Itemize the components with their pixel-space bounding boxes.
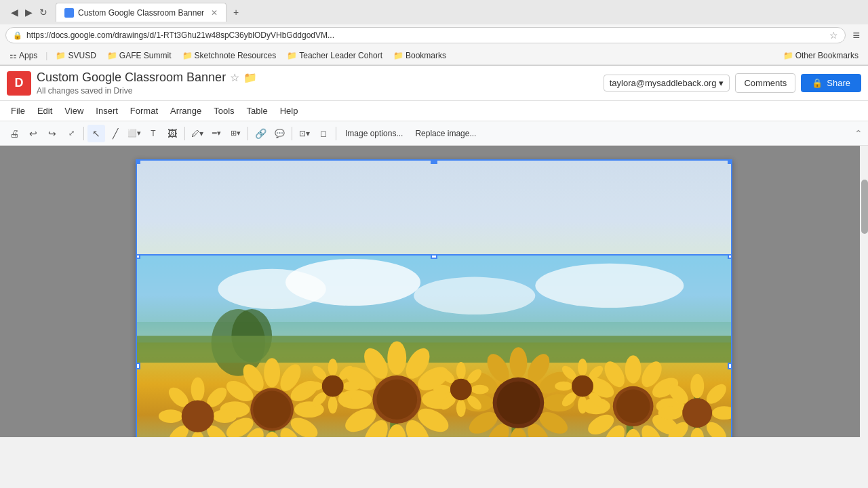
menu-arrange[interactable]: Arrange: [165, 104, 207, 118]
lock-icon: 🔒: [13, 31, 22, 40]
logo-letter: D: [15, 76, 24, 90]
svg-point-23: [414, 277, 535, 314]
svg-point-34: [264, 358, 280, 387]
apps-label: Apps: [19, 51, 37, 60]
bookmark-bookmarks[interactable]: 📁 Bookmarks: [389, 49, 450, 62]
print-button[interactable]: 🖨: [5, 125, 23, 142]
browser-chrome: ◀ ▶ ↻ Custom Google Classroom Banner ✕ +…: [0, 0, 868, 66]
toolbar-separator-3: [248, 127, 248, 140]
handle-top-center[interactable]: [431, 254, 437, 259]
bookmark-label: Teacher Leader Cohort: [299, 51, 382, 60]
bookmark-label: SVUSD: [68, 51, 96, 60]
tab-close-button[interactable]: ✕: [211, 8, 218, 18]
color-button[interactable]: 🖊▾: [189, 125, 206, 142]
drawing-canvas[interactable]: [136, 159, 732, 437]
folder-icon: 📁: [287, 51, 297, 60]
menu-table[interactable]: Table: [241, 104, 273, 118]
toolbar-separator-5: [336, 127, 336, 140]
svg-point-116: [322, 375, 344, 397]
doc-star-icon[interactable]: ☆: [230, 71, 239, 84]
link-button[interactable]: 🔗: [252, 125, 269, 142]
shape-tool-button[interactable]: ⬜▾: [125, 125, 143, 142]
share-button[interactable]: 🔒 Share: [801, 74, 861, 92]
image-options-button[interactable]: Image options...: [340, 127, 408, 140]
line-weight-button[interactable]: ━▾: [208, 125, 225, 142]
doc-folder-icon[interactable]: 📁: [243, 71, 257, 84]
svg-point-101: [712, 406, 731, 420]
svg-point-125: [450, 379, 472, 401]
line-tool-button[interactable]: ╱: [106, 125, 124, 142]
crop-button[interactable]: ⊡▾: [296, 125, 313, 142]
image-button[interactable]: 🖼: [163, 125, 181, 142]
svg-point-103: [690, 428, 704, 437]
app-bar: D Custom Google Classroom Banner ☆ 📁 All…: [0, 66, 868, 101]
svg-point-119: [471, 385, 489, 394]
handle-middle-right[interactable]: [728, 363, 732, 369]
svg-point-47: [253, 391, 291, 428]
svg-rect-27: [137, 336, 731, 363]
handle-top-right[interactable]: [728, 254, 732, 259]
toolbar-separator-1: [83, 127, 84, 140]
share-label: Share: [827, 78, 850, 88]
zoom-fit-button[interactable]: ⤢: [62, 125, 80, 142]
svg-point-126: [578, 359, 587, 376]
forward-button[interactable]: ▶: [22, 5, 35, 19]
selected-image[interactable]: [136, 254, 732, 437]
user-email-text: taylora@mysaddleback.org: [610, 78, 717, 88]
comment-button[interactable]: 💬: [271, 125, 288, 142]
bookmark-star-icon[interactable]: ☆: [829, 30, 838, 41]
toolbar-separator-2: [184, 127, 185, 140]
dropdown-icon: ▾: [719, 78, 724, 88]
replace-image-button[interactable]: Replace image...: [410, 127, 481, 140]
folder-icon: 📁: [182, 51, 193, 60]
bookmark-svusd[interactable]: 📁 SVUSD: [52, 49, 100, 62]
handle-middle-left[interactable]: [136, 363, 140, 369]
collapse-toolbar-icon[interactable]: ⌃: [854, 128, 863, 139]
svg-point-105: [658, 406, 682, 420]
comments-button[interactable]: Comments: [735, 73, 795, 93]
bookmark-sketchnote[interactable]: 📁 Sketchnote Resources: [178, 49, 281, 62]
menu-bar: File Edit View Insert Format Arrange Too…: [0, 101, 868, 121]
menu-view[interactable]: View: [59, 104, 89, 118]
back-button[interactable]: ◀: [8, 5, 21, 19]
menu-help[interactable]: Help: [275, 104, 304, 118]
folder-icon: 📁: [107, 51, 117, 60]
new-tab-button[interactable]: +: [231, 5, 241, 19]
bookmark-teacher[interactable]: 📁 Teacher Leader Cohort: [283, 49, 387, 62]
svg-point-128: [593, 382, 610, 391]
app-bar-right: taylora@mysaddleback.org ▾ Comments 🔒 Sh…: [604, 73, 861, 93]
menu-edit[interactable]: Edit: [32, 104, 58, 118]
address-bar[interactable]: 🔒 https://docs.google.com/drawings/d/1-R…: [5, 27, 846, 43]
undo-button[interactable]: ↩: [24, 125, 42, 142]
browser-menu-button[interactable]: ≡: [850, 27, 863, 44]
menu-file[interactable]: File: [5, 104, 31, 118]
bookmark-label: Bookmarks: [406, 51, 446, 60]
menu-insert[interactable]: Insert: [90, 104, 123, 118]
menu-tools[interactable]: Tools: [208, 104, 239, 118]
other-bookmarks-icon: 📁: [783, 51, 793, 60]
bookmark-label: GAFE Summit: [119, 51, 172, 60]
svg-point-130: [578, 396, 587, 413]
svg-point-96: [159, 409, 183, 423]
mask-button[interactable]: ◻: [315, 125, 332, 142]
menu-format[interactable]: Format: [125, 104, 163, 118]
tab-favicon: [64, 8, 74, 18]
svg-point-110: [343, 382, 361, 391]
textbox-button[interactable]: T: [144, 125, 162, 142]
doc-title[interactable]: Custom Google Classroom Banner: [37, 70, 226, 85]
line-dash-button[interactable]: ⊞▾: [226, 125, 244, 142]
svg-point-112: [328, 396, 338, 413]
vertical-scrollbar[interactable]: [860, 146, 868, 437]
other-bookmarks[interactable]: 📁 Other Bookmarks: [779, 49, 863, 62]
cursor-button[interactable]: ↖: [87, 125, 105, 142]
scrollbar-thumb[interactable]: [861, 180, 868, 234]
apps-bookmark[interactable]: ⚏ Apps: [5, 49, 41, 62]
user-email[interactable]: taylora@mysaddleback.org ▾: [604, 75, 730, 92]
bookmark-gafe[interactable]: 📁 GAFE Summit: [103, 49, 176, 62]
refresh-button[interactable]: ↻: [37, 5, 50, 19]
redo-button[interactable]: ↪: [43, 125, 61, 142]
selected-image-inner: [137, 256, 731, 437]
handle-top-left[interactable]: [136, 254, 140, 259]
active-tab[interactable]: Custom Google Classroom Banner ✕: [56, 3, 226, 22]
doc-title-area: Custom Google Classroom Banner ☆ 📁 All c…: [37, 70, 598, 96]
